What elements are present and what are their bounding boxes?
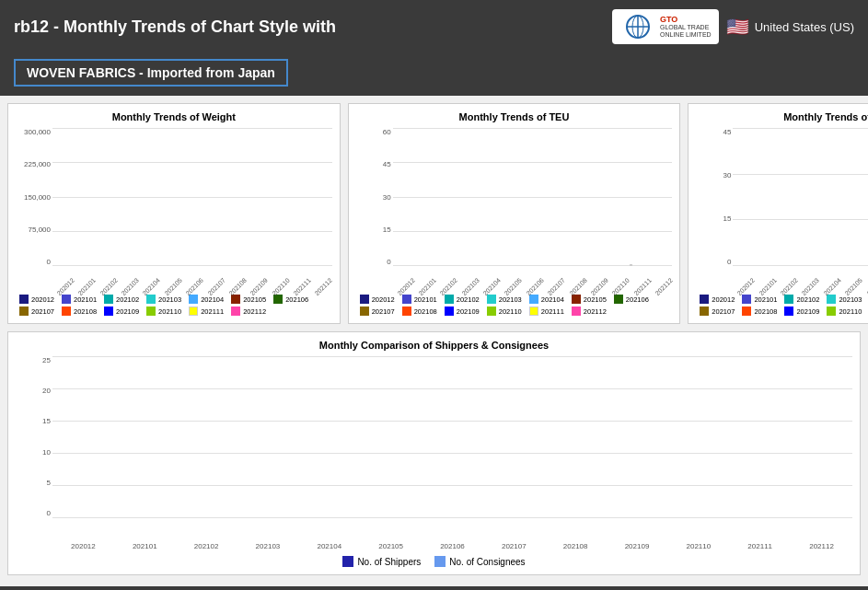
weight-y-axis: 300,000225,000150,00075,0000 <box>16 128 51 266</box>
teu-y-axis: 604530150 <box>356 128 391 266</box>
comparison-grid <box>52 356 852 517</box>
weight-legend: 202012 202101 202102 202103 202104 20210… <box>16 295 332 316</box>
teu-chart: Monthly Trends of TEU 604530150 <box>348 103 681 324</box>
weight-chart: Monthly Trends of Weight 300,000225,0001… <box>7 103 341 324</box>
shipments-chart-title: Monthly Trends of Shipments <box>696 111 868 122</box>
comparison-chart: Monthly Comparison of Shippers & Consign… <box>7 331 861 575</box>
charts-container: Monthly Trends of Weight 300,000225,0001… <box>0 96 868 583</box>
comparison-x-labels: 202012 202101 202102 202103 202104 20210… <box>16 542 852 550</box>
shipments-legend: 202012 202101 202102 202103 202104 20210… <box>696 295 868 316</box>
subtitle-box: WOVEN FABRICS - Imported from Japan <box>14 59 288 87</box>
country-name: United States (US) <box>755 20 854 34</box>
shipments-y-axis: 4530150 <box>696 128 731 266</box>
country-selector: 🇺🇸 United States (US) <box>726 16 854 38</box>
logo: GTO GLOBAL TRADEONLINE LIMITED <box>612 9 719 44</box>
comparison-legend: No. of Shippers No. of Consignees <box>16 556 852 567</box>
teu-legend: 202012 202101 202102 202103 202104 20210… <box>356 295 673 316</box>
shipments-chart: Monthly Trends of Shipments 4530150 <box>688 103 868 324</box>
comparison-chart-title: Monthly Comparison of Shippers & Consign… <box>16 340 852 351</box>
teu-x-labels: 2020122021012021022021032021042021052021… <box>356 284 673 291</box>
weight-bars <box>52 128 332 266</box>
consignees-legend-label: No. of Consignees <box>449 557 525 567</box>
shipments-x-labels: 2020122021012021022021032021042021052021… <box>696 284 868 291</box>
weight-x-labels: 2020122021012021022021032021042021052021… <box>16 284 332 291</box>
shippers-legend-item: No. of Shippers <box>342 556 421 567</box>
shippers-legend-color <box>342 556 353 567</box>
subtitle-text: WOVEN FABRICS - Imported from Japan <box>27 65 275 80</box>
teu-bars <box>393 128 673 266</box>
teu-chart-title: Monthly Trends of TEU <box>356 111 673 122</box>
footer: GLOBAL TRADE ONLINE LIMITED U.S. Import … <box>0 586 868 590</box>
top-charts: Monthly Trends of Weight 300,000225,0001… <box>7 103 861 324</box>
shipments-bars <box>733 128 868 266</box>
header: rb12 - Monthly Trends of Chart Style wit… <box>0 0 868 96</box>
page-title: rb12 - Monthly Trends of Chart Style wit… <box>14 17 336 37</box>
consignees-legend-color <box>434 556 446 567</box>
flag-icon: 🇺🇸 <box>726 16 749 38</box>
consignees-legend-item: No. of Consignees <box>434 556 525 567</box>
weight-chart-title: Monthly Trends of Weight <box>16 111 332 122</box>
comparison-y-axis: 2520151050 <box>16 356 51 517</box>
shippers-legend-label: No. of Shippers <box>357 557 421 567</box>
